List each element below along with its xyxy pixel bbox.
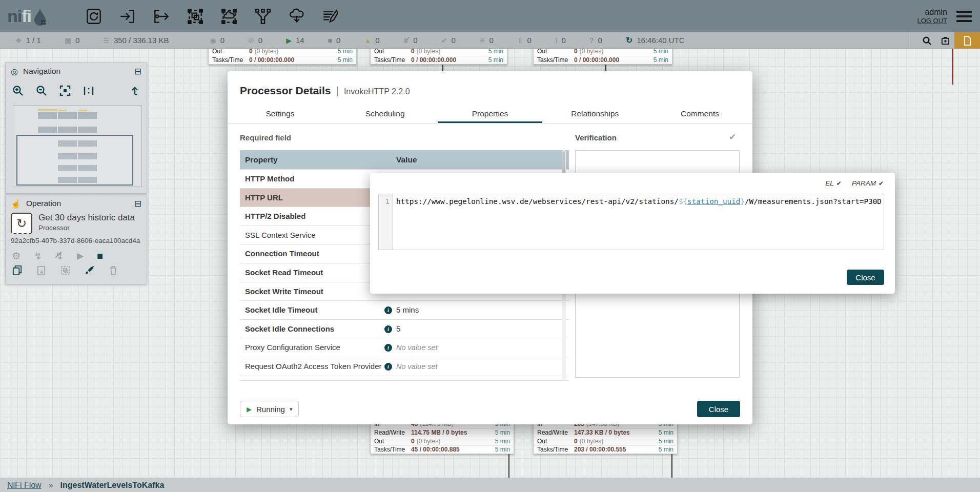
breadcrumb-root-link[interactable]: NiFi Flow [7,481,42,490]
property-row-proxy-configuration[interactable]: Proxy Configuration ServiceiNo value set [240,338,569,357]
template-icon[interactable] [287,6,307,27]
output-port-icon[interactable] [151,6,172,27]
remote-process-group-icon[interactable] [219,6,239,27]
connection-line[interactable] [952,49,953,85]
app-header: nifi admin [0,0,980,32]
delete-icon[interactable] [108,265,118,276]
processor-stats[interactable]: Out0(0 bytes)5 min Tasks/Time0 / 00:00:0… [370,47,507,65]
stale-icon: ⇧ [517,36,523,45]
running-status: ▶14 [286,36,304,45]
stat-row: Tasks/Time203 / 00:00:00.5555 min [534,445,677,454]
navigation-icon: ◎ [11,67,18,76]
stat-row: Tasks/Time0 / 00:00:00.0005 min [371,56,507,65]
label-icon[interactable] [320,6,341,27]
configure-icon[interactable]: ⚙ [12,251,21,261]
copy-icon[interactable] [12,265,23,276]
input-port-icon[interactable] [117,6,138,27]
processor-stats[interactable]: Out0(0 bytes)5 min Tasks/Time0 / 00:00:0… [533,47,672,65]
disabled-icon: ↯ [403,36,410,45]
breadcrumb-current-group: IngestWaterLevelsToKafka [60,481,165,490]
logout-link[interactable]: LOG OUT [917,17,947,25]
search-button[interactable] [917,32,936,49]
processor-stats[interactable]: In45(114.75 MB)5 min Read/Write114.75 MB… [370,419,514,454]
required-field-label: Required field [240,133,291,142]
tab-comments[interactable]: Comments [647,105,752,123]
info-icon[interactable]: i [384,363,392,371]
status-bar: ❖1 / 1 ▦0 ☰350 / 336.13 KB ◉0 ⊘0 ▶14 ■0 … [0,32,980,49]
run-state-button[interactable]: ▶ Running ▾ [240,401,299,417]
dialog-title: Processor Details|InvokeHTTP 2.2.0 [240,85,410,97]
check-icon: ✔ [836,180,842,187]
transmitting-status: ◉0 [210,36,224,45]
info-icon[interactable]: i [384,344,392,352]
processor-type-icon: ↻ [11,213,32,234]
el-open-brace: ${ [679,197,687,206]
minimap-viewport[interactable] [16,135,133,186]
refresh-icon[interactable]: ↻ [626,35,632,45]
check-icon: ✔ [879,180,884,187]
leave-group-icon[interactable] [129,85,140,96]
breadcrumb-separator: » [49,481,53,490]
tab-properties[interactable]: Properties [438,105,543,123]
running-state-icon: ▶ [247,405,252,413]
stat-row: Tasks/Time0 / 00:00:00.0005 min [534,56,672,65]
color-icon[interactable] [84,265,95,276]
property-row-socket-idle-connections[interactable]: Socket Idle Connectionsi5 [240,319,569,338]
disabled-status: ↯0 [403,36,418,45]
property-row-socket-idle-timeout[interactable]: Socket Idle Timeouti5 mins [240,300,569,319]
info-icon[interactable]: i [384,325,392,333]
snippet-palette-icon[interactable] [936,32,954,49]
info-icon[interactable]: i [384,306,392,314]
tab-scheduling[interactable]: Scheduling [333,105,438,123]
verification-check-icon[interactable]: ✔ [729,132,736,142]
processor-stats[interactable]: Out0(0 bytes)5 min Tasks/Time0 / 00:00:0… [208,47,357,65]
connection-line[interactable] [671,454,672,478]
start-icon[interactable]: ▶ [77,252,84,260]
connection-line[interactable] [508,454,509,478]
dialog-close-button[interactable]: Close [697,401,740,417]
property-column-header: Property [240,155,278,165]
zoom-in-icon[interactable] [12,85,24,97]
stale-status: ⇧0 [517,36,532,45]
queued-status: ☰350 / 336.13 KB [103,36,169,45]
funnel-icon[interactable] [253,6,273,27]
line-number-gutter: 1 [379,194,393,250]
invalid-status: ▲0 [364,36,379,45]
up-to-date-icon: ✔ [441,36,447,45]
nifi-logo: nifi [7,6,48,26]
collapse-operation-icon[interactable]: ⊟ [134,198,141,209]
current-user: admin [917,8,947,17]
dialog-tabs: Settings Scheduling Properties Relations… [228,105,752,124]
nifi-droplet-icon [32,7,48,26]
zoom-fit-icon[interactable] [59,85,71,97]
value-code-editor[interactable]: 1 https://www.pegelonline.wsv.de/webserv… [378,194,884,250]
enable-icon[interactable]: ↯ [34,251,42,261]
editor-close-button[interactable]: Close [847,270,884,285]
invalid-icon: ▲ [364,36,371,45]
tab-relationships[interactable]: Relationships [542,105,647,123]
stat-row: Tasks/Time45 / 00:00:00.8855 min [371,445,514,454]
verification-label: Verification [575,133,617,142]
disable-icon[interactable]: ↯ [55,251,64,261]
zoom-actual-icon[interactable] [83,85,95,97]
up-to-date-status: ✔0 [441,36,456,45]
stat-row: Tasks/Time0 / 00:00:00.0005 min [209,56,356,65]
birdseye-minimap[interactable] [13,105,142,187]
tab-settings[interactable]: Settings [228,105,333,123]
http-url-value[interactable]: https://www.pegelonline.wsv.de/webservic… [393,194,882,250]
stop-icon[interactable]: ■ [97,251,103,261]
bulletin-button[interactable] [954,32,980,49]
property-row-oauth2-provider[interactable]: Request OAuth2 Access Token ProvideriNo … [240,357,569,376]
zoom-out-icon[interactable] [35,85,48,97]
process-group-icon[interactable] [185,6,206,27]
sync-failure-status: ?0 [589,36,602,45]
paste-icon[interactable] [36,265,47,276]
property-row-partial[interactable]: iNo value set [240,376,569,381]
group-selection-icon[interactable] [60,265,71,276]
processor-icon[interactable] [84,6,104,27]
processor-stats[interactable]: In203(147.33 KB)5 min Read/Write147.33 K… [533,419,678,454]
collapse-navigation-icon[interactable]: ⊟ [134,66,141,77]
global-menu-icon[interactable] [956,8,972,25]
component-toolbar [84,6,341,27]
locally-modified-status: ✳0 [479,36,494,45]
